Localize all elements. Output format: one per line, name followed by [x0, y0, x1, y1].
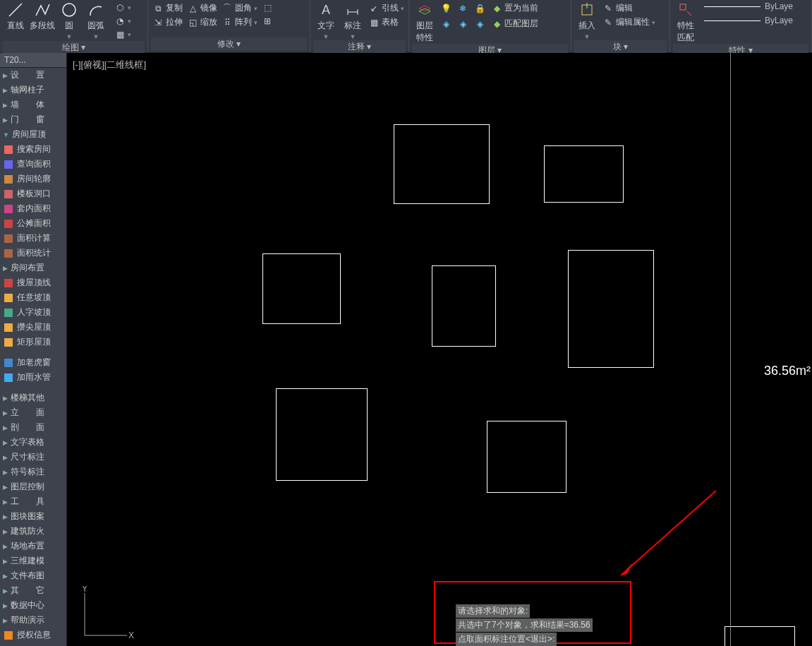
palette-item-22 — [0, 385, 66, 390]
palette-item-9[interactable]: 套内面积 — [0, 201, 66, 216]
draw-small-3[interactable]: ▦▾ — [113, 28, 133, 41]
copy-button[interactable]: ⧉复制 — [151, 1, 184, 15]
draw-small-1[interactable]: ⬡▾ — [113, 1, 133, 14]
palette-item-label: 房间布置 — [11, 262, 44, 274]
layer-toggle-2[interactable]: ❄ — [456, 1, 470, 15]
array-button[interactable]: ⠿阵列▾ — [220, 16, 259, 29]
rect-4[interactable] — [432, 265, 496, 347]
viewport-label[interactable]: [-][俯视][二维线框] — [73, 59, 146, 71]
area-annotation: 36.56m² — [764, 364, 811, 378]
rect-2[interactable] — [544, 145, 624, 203]
palette-item-11[interactable]: 面积计算 — [0, 231, 66, 246]
fillet-button[interactable]: ⌒圆角▾ — [220, 1, 259, 15]
edit-attr-button[interactable]: ✎编辑属性▾ — [601, 16, 657, 29]
palette-item-2[interactable]: ▶墙 体 — [0, 97, 66, 112]
layer-toggle-6[interactable]: ◈ — [473, 17, 487, 30]
palette-item-0[interactable]: ▶设 置 — [0, 68, 66, 83]
palette-item-21[interactable]: 加雨水管 — [0, 370, 66, 385]
match-layer-button[interactable]: ◆匹配图层 — [490, 17, 540, 30]
palette-item-8[interactable]: 楼板洞口 — [0, 186, 66, 201]
table-button[interactable]: ▦表格 — [367, 16, 406, 29]
command-panel[interactable]: 请选择求和的对象: 共选中了7个对象，求和结果=36.56 点取面积标注位置<退… — [456, 604, 593, 646]
palette-item-34[interactable]: ▶三维建模 — [0, 554, 66, 568]
palette-item-29[interactable]: ▶图层控制 — [0, 479, 66, 494]
palette-item-17[interactable]: 攒尖屋顶 — [0, 320, 66, 335]
palette-item-3[interactable]: ▶门 窗 — [0, 112, 66, 127]
palette-item-25[interactable]: ▶剖 面 — [0, 420, 66, 435]
palette-item-38[interactable]: ▶帮助演示 — [0, 613, 66, 628]
rect-3[interactable] — [262, 253, 341, 324]
hatch-icon: ▦ — [114, 29, 126, 40]
insert-button[interactable]: 插入▼ — [574, 1, 600, 40]
brush-icon — [677, 1, 694, 18]
palette-item-26[interactable]: ▶文字表格 — [0, 435, 66, 450]
draw-small-2[interactable]: ◔▾ — [113, 15, 133, 28]
drawing-viewport[interactable]: [-][俯视][二维线框] 36.56m² X Y 请选择求和的对象: — [67, 53, 812, 646]
label: 多段线 — [30, 20, 55, 32]
set-current-button[interactable]: ◆置为当前 — [490, 1, 540, 15]
scale-button[interactable]: ◱缩放 — [186, 16, 219, 29]
tri-right-icon: ▶ — [3, 424, 8, 431]
leader-button[interactable]: ↙引线▾ — [367, 1, 406, 15]
palette-item-15[interactable]: 任意坡顶 — [0, 290, 66, 305]
palette-item-6[interactable]: 查询面积 — [0, 157, 66, 172]
edit-button[interactable]: ✎编辑 — [601, 1, 657, 15]
bylayer-row-2[interactable]: ByLaye — [704, 16, 793, 25]
palette-item-13[interactable]: ▶房间布置 — [0, 261, 66, 275]
palette-item-31[interactable]: ▶图块图案 — [0, 509, 66, 524]
circle-button[interactable]: 圆 ▼ — [56, 1, 82, 40]
layer-toggle-5[interactable]: ◈ — [456, 17, 470, 30]
palette-item-7[interactable]: 房间轮廓 — [0, 172, 66, 186]
rect-6[interactable] — [276, 388, 368, 481]
palette-item-39[interactable]: 授权信息 — [0, 628, 66, 642]
palette-item-30[interactable]: ▶工 具 — [0, 494, 66, 509]
stretch-button[interactable]: ⇲拉伸 — [151, 16, 184, 29]
palette-item-20[interactable]: 加老虎窗 — [0, 355, 66, 370]
layer-toggle-3[interactable]: 🔒 — [473, 1, 487, 15]
layer-props-button[interactable]: 图层 特性 — [412, 1, 437, 44]
modify-small-1[interactable]: ⬚ — [260, 1, 274, 14]
palette-item-33[interactable]: ▶场地布置 — [0, 539, 66, 554]
palette-item-32[interactable]: ▶建筑防火 — [0, 524, 66, 539]
palette-item-23[interactable]: ▶楼梯其他 — [0, 390, 66, 405]
modify-small-2[interactable]: ⊞ — [260, 15, 274, 28]
ribbon-group-modify: ⧉复制 ⇲拉伸 △镜像 ◱缩放 ⌒圆角▾ ⠿阵列▾ ⬚ ⊞ 修改 ▾ — [148, 0, 310, 52]
palette-item-35[interactable]: ▶文件布图 — [0, 568, 66, 583]
rect-5[interactable] — [568, 250, 654, 368]
cmd-line-1: 请选择求和的对象: — [456, 604, 530, 618]
palette-item-10[interactable]: 公摊面积 — [0, 216, 66, 231]
palette-item-28[interactable]: ▶符号标注 — [0, 465, 66, 479]
palette-item-14[interactable]: 搜屋顶线 — [0, 275, 66, 290]
bylayer-row-1[interactable]: ByLaye — [704, 1, 793, 11]
insert-icon — [578, 1, 595, 18]
polyline-button[interactable]: 多段线 — [30, 1, 55, 32]
palette-item-label: 面积计算 — [17, 232, 51, 244]
palette-item-18[interactable]: 矩形屋顶 — [0, 335, 66, 349]
generic-icon: ◈ — [457, 18, 468, 30]
palette-tab[interactable]: T20... — [0, 53, 66, 68]
layer-toggle-1[interactable]: 💡 — [439, 1, 453, 15]
palette-item-16[interactable]: 人字坡顶 — [0, 305, 66, 320]
arc-button[interactable]: 圆弧 ▼ — [83, 1, 109, 40]
dimension-button[interactable]: 标注▼ — [340, 1, 365, 40]
line-button[interactable]: 直线 — [3, 1, 28, 32]
prop-match-button[interactable]: 特性 匹配 — [673, 1, 698, 44]
palette-item-1[interactable]: ▶轴网柱子 — [0, 83, 66, 97]
text-button[interactable]: A 文字▼ — [313, 1, 339, 40]
rect-7[interactable] — [487, 421, 566, 493]
palette-item-4[interactable]: ▼房间屋顶 — [0, 127, 66, 142]
tool-icon — [3, 322, 14, 333]
palette-item-37[interactable]: ▶数据中心 — [0, 598, 66, 613]
match-icon: ◆ — [491, 18, 502, 30]
palette-item-27[interactable]: ▶尺寸标注 — [0, 450, 66, 465]
palette-item-24[interactable]: ▶立 面 — [0, 405, 66, 420]
mirror-button[interactable]: △镜像 — [186, 1, 219, 15]
svg-rect-13 — [4, 220, 13, 228]
palette-item-5[interactable]: 搜索房间 — [0, 142, 66, 157]
tri-right-icon: ▶ — [3, 395, 8, 402]
rect-1[interactable] — [394, 124, 490, 204]
layer-toggle-4[interactable]: ◈ — [439, 17, 453, 30]
palette-item-36[interactable]: ▶其 它 — [0, 583, 66, 598]
palette-item-12[interactable]: 面积统计 — [0, 246, 66, 261]
rect-8[interactable] — [725, 626, 795, 646]
